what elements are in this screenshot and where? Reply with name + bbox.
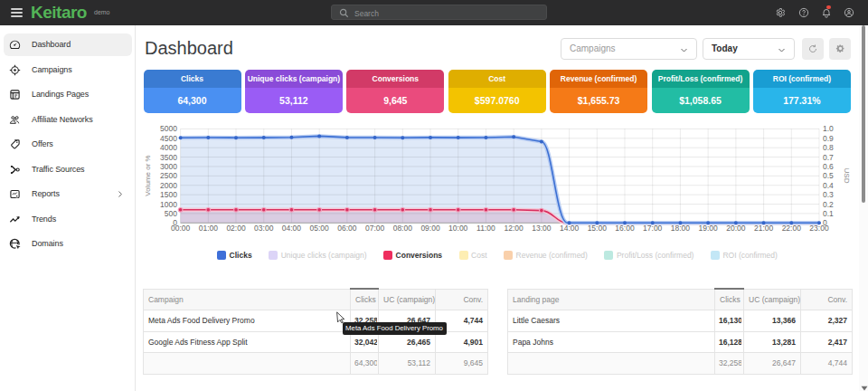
svg-text:1000: 1000: [160, 200, 177, 209]
svg-text:Volume or %: Volume or %: [144, 155, 152, 196]
svg-text:14:00: 14:00: [560, 224, 580, 233]
svg-text:22:00: 22:00: [782, 224, 802, 233]
svg-text:USD: USD: [843, 168, 851, 184]
svg-text:0.2: 0.2: [823, 200, 834, 209]
svg-text:2000: 2000: [160, 181, 177, 190]
svg-text:4500: 4500: [160, 134, 177, 143]
svg-text:21:00: 21:00: [754, 224, 774, 233]
svg-text:15:00: 15:00: [588, 224, 608, 233]
svg-text:02:00: 02:00: [226, 224, 246, 233]
svg-text:0.7: 0.7: [823, 153, 834, 162]
svg-text:03:00: 03:00: [254, 224, 274, 233]
svg-text:5000: 5000: [160, 124, 177, 133]
svg-text:0.5: 0.5: [823, 171, 834, 180]
svg-text:05:00: 05:00: [310, 224, 330, 233]
svg-text:18:00: 18:00: [671, 224, 691, 233]
svg-text:00:00: 00:00: [171, 224, 191, 233]
svg-text:11:00: 11:00: [476, 224, 495, 233]
svg-text:0.6: 0.6: [823, 162, 834, 171]
svg-text:0.8: 0.8: [823, 143, 834, 152]
svg-text:13:00: 13:00: [532, 224, 552, 233]
svg-text:1.0: 1.0: [823, 124, 834, 133]
svg-text:23:00: 23:00: [809, 224, 829, 233]
svg-text:3000: 3000: [160, 162, 177, 171]
svg-text:17:00: 17:00: [643, 224, 663, 233]
svg-text:1500: 1500: [160, 190, 177, 199]
svg-text:04:00: 04:00: [282, 224, 302, 233]
svg-text:0.3: 0.3: [823, 190, 834, 199]
svg-text:06:00: 06:00: [337, 224, 357, 233]
svg-text:19:00: 19:00: [699, 224, 719, 233]
svg-text:0.1: 0.1: [823, 209, 834, 218]
svg-text:16:00: 16:00: [615, 224, 635, 233]
svg-text:09:00: 09:00: [420, 224, 440, 233]
svg-text:0.9: 0.9: [823, 134, 834, 143]
svg-text:20:00: 20:00: [726, 224, 746, 233]
svg-text:01:00: 01:00: [199, 224, 219, 233]
svg-text:4000: 4000: [160, 143, 177, 152]
svg-text:12:00: 12:00: [505, 224, 524, 233]
svg-text:2500: 2500: [160, 171, 177, 180]
svg-text:07:00: 07:00: [365, 224, 385, 233]
svg-text:08:00: 08:00: [393, 224, 413, 233]
svg-text:3500: 3500: [160, 153, 177, 162]
svg-text:0.4: 0.4: [823, 181, 834, 190]
svg-text:10:00: 10:00: [448, 224, 468, 233]
svg-text:500: 500: [165, 209, 177, 218]
